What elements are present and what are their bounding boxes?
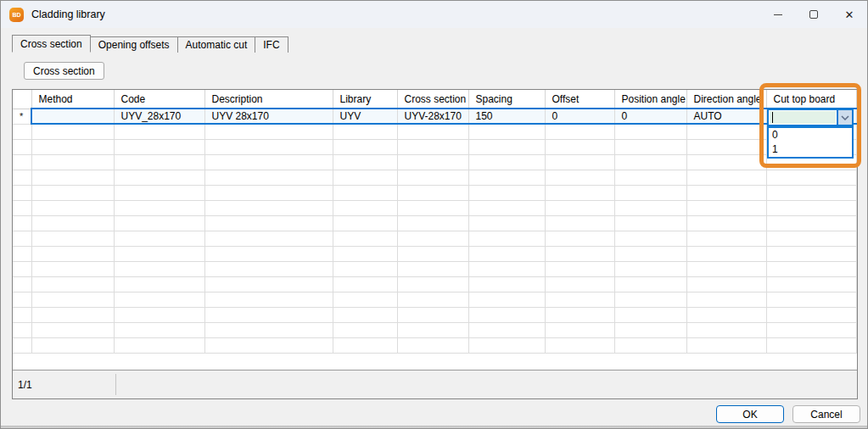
grid-empty-cell[interactable] [614, 246, 686, 261]
tab-opening-offsets[interactable]: Opening offsets [91, 36, 178, 53]
combobox-dropdown-button[interactable] [837, 110, 852, 125]
grid-empty-cell[interactable] [114, 231, 204, 246]
cell-spacing[interactable]: 150 [468, 109, 545, 124]
grid-empty-cell[interactable] [204, 154, 333, 170]
cell-position-angle[interactable]: 0 [614, 109, 686, 124]
grid-empty-cell[interactable] [545, 292, 614, 307]
grid-empty-cell[interactable] [686, 154, 766, 170]
grid-empty-cell[interactable] [114, 276, 204, 292]
cancel-button[interactable]: Cancel [792, 405, 860, 423]
grid-empty-cell[interactable] [468, 185, 545, 200]
grid-empty-cell[interactable] [468, 215, 545, 231]
column-header-spacing[interactable]: Spacing [468, 90, 545, 109]
grid-empty-cell[interactable] [614, 124, 686, 139]
grid-empty-row-header[interactable] [13, 261, 31, 276]
grid-empty-cell[interactable] [114, 185, 204, 200]
column-header-offset[interactable]: Offset [545, 90, 614, 109]
column-header-direction-angle[interactable]: Direction angle [686, 90, 766, 109]
grid-empty-cell[interactable] [686, 307, 766, 322]
grid-empty-cell[interactable] [766, 292, 856, 307]
grid-empty-cell[interactable] [31, 261, 114, 276]
grid-empty-cell[interactable] [468, 154, 545, 170]
grid-empty-cell[interactable] [31, 170, 114, 185]
grid-empty-cell[interactable] [468, 170, 545, 185]
grid-empty-cell[interactable] [545, 185, 614, 200]
grid-empty-cell[interactable] [204, 124, 333, 139]
grid-empty-cell[interactable] [333, 322, 397, 337]
grid-empty-cell[interactable] [468, 231, 545, 246]
grid-empty-cell[interactable] [468, 276, 545, 292]
grid-empty-cell[interactable] [686, 139, 766, 154]
grid-empty-cell[interactable] [686, 292, 766, 307]
grid-empty-cell[interactable] [31, 246, 114, 261]
cell-code[interactable]: UYV_28x170 [114, 109, 204, 124]
grid-empty-cell[interactable] [114, 292, 204, 307]
grid-empty-cell[interactable] [204, 139, 333, 154]
grid-empty-cell[interactable] [545, 200, 614, 215]
grid-empty-row-header[interactable] [13, 307, 31, 322]
grid-empty-cell[interactable] [333, 261, 397, 276]
grid-empty-cell[interactable] [204, 246, 333, 261]
grid-empty-cell[interactable] [397, 322, 468, 337]
cell-offset[interactable]: 0 [545, 109, 614, 124]
grid-empty-cell[interactable] [766, 231, 856, 246]
column-header-method[interactable]: Method [31, 90, 114, 109]
grid-empty-cell[interactable] [468, 307, 545, 322]
grid-empty-cell[interactable] [114, 261, 204, 276]
grid-empty-cell[interactable] [333, 292, 397, 307]
grid-empty-cell[interactable] [114, 139, 204, 154]
cross-section-button[interactable]: Cross section [24, 62, 104, 80]
grid-empty-row-header[interactable] [13, 124, 31, 139]
grid-empty-cell[interactable] [614, 276, 686, 292]
grid-empty-cell[interactable] [333, 154, 397, 170]
grid-empty-cell[interactable] [468, 139, 545, 154]
grid-empty-cell[interactable] [468, 292, 545, 307]
column-header-position-angle[interactable]: Position angle [614, 90, 686, 109]
grid-empty-cell[interactable] [204, 307, 333, 322]
grid-empty-cell[interactable] [468, 246, 545, 261]
grid-empty-row-header[interactable] [13, 170, 31, 185]
grid-empty-cell[interactable] [766, 261, 856, 276]
grid-empty-cell[interactable] [686, 215, 766, 231]
grid-empty-cell[interactable] [686, 276, 766, 292]
grid-empty-cell[interactable] [614, 337, 686, 353]
grid-empty-cell[interactable] [397, 337, 468, 353]
grid-empty-cell[interactable] [204, 231, 333, 246]
grid-empty-cell[interactable] [397, 215, 468, 231]
grid-empty-cell[interactable] [614, 292, 686, 307]
minimize-button[interactable] [760, 1, 796, 28]
grid-empty-cell[interactable] [31, 124, 114, 139]
grid-empty-cell[interactable] [614, 307, 686, 322]
grid-empty-cell[interactable] [114, 154, 204, 170]
grid-empty-cell[interactable] [397, 246, 468, 261]
grid-empty-cell[interactable] [333, 139, 397, 154]
grid-empty-row-header[interactable] [13, 246, 31, 261]
grid-empty-cell[interactable] [686, 322, 766, 337]
grid-empty-cell[interactable] [114, 307, 204, 322]
grid-empty-cell[interactable] [114, 200, 204, 215]
cell-cross-section[interactable]: UYV-28x170 [397, 109, 468, 124]
grid-empty-cell[interactable] [333, 170, 397, 185]
grid-empty-cell[interactable] [397, 200, 468, 215]
grid-empty-cell[interactable] [31, 185, 114, 200]
grid-empty-cell[interactable] [614, 185, 686, 200]
grid-empty-cell[interactable] [686, 124, 766, 139]
grid-empty-cell[interactable] [766, 307, 856, 322]
grid-empty-cell[interactable] [397, 292, 468, 307]
grid-empty-cell[interactable] [766, 185, 856, 200]
grid-empty-cell[interactable] [686, 231, 766, 246]
grid-empty-cell[interactable] [114, 246, 204, 261]
grid-empty-cell[interactable] [114, 170, 204, 185]
grid-empty-row-header[interactable] [13, 231, 31, 246]
column-header-code[interactable]: Code [114, 90, 204, 109]
grid-empty-cell[interactable] [766, 322, 856, 337]
grid-empty-cell[interactable] [545, 322, 614, 337]
column-header-library[interactable]: Library [333, 90, 397, 109]
grid-empty-cell[interactable] [614, 154, 686, 170]
grid-empty-cell[interactable] [397, 261, 468, 276]
grid-empty-cell[interactable] [614, 200, 686, 215]
combobox-edit-field[interactable] [770, 111, 836, 124]
grid-empty-row-header[interactable] [13, 185, 31, 200]
grid-empty-row-header[interactable] [13, 276, 31, 292]
grid-empty-cell[interactable] [545, 139, 614, 154]
